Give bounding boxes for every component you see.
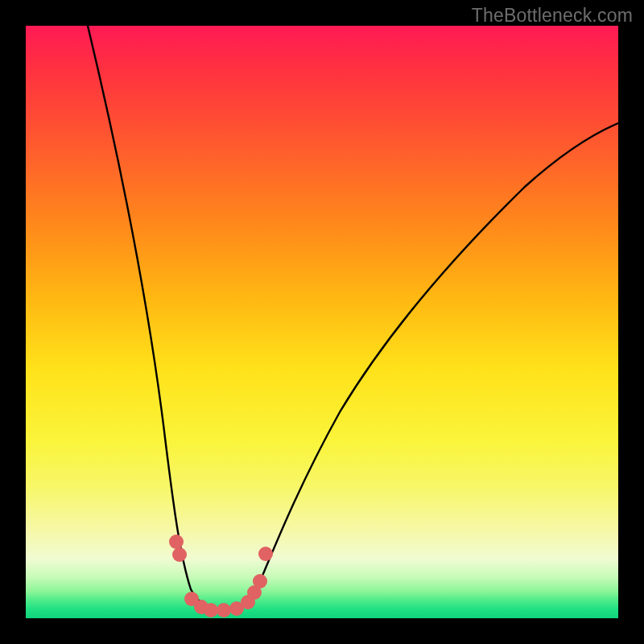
svg-point-9 [253,574,267,588]
svg-point-1 [172,547,187,562]
right-curve [225,123,618,610]
svg-point-4 [204,603,218,617]
svg-point-0 [169,535,184,549]
svg-point-10 [258,547,273,561]
watermark-text: TheBottleneck.com [472,5,633,27]
curve-layer [26,26,618,618]
left-curve [88,26,225,610]
chart-frame: TheBottleneck.com [0,0,644,644]
highlight-dots [169,535,273,617]
svg-point-5 [217,603,231,617]
plot-area [26,26,618,618]
